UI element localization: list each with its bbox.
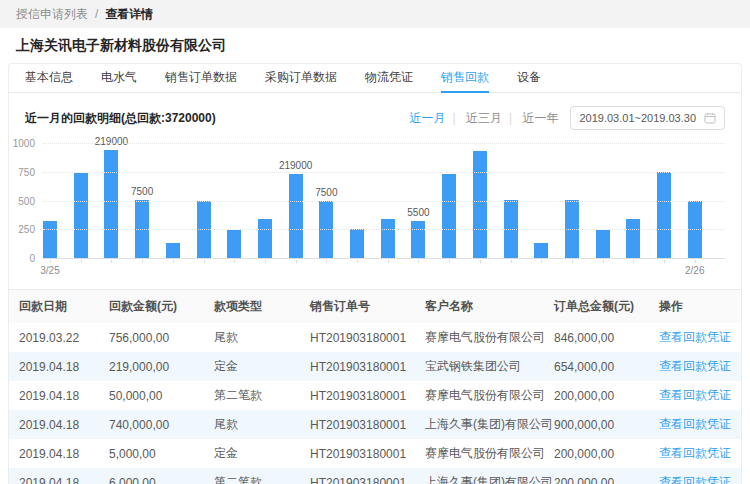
bar: [442, 174, 456, 259]
range-filter-label: 近一年: [522, 111, 558, 125]
table-cell-type: 尾款: [214, 323, 310, 352]
range-filter[interactable]: 近一年: [502, 110, 558, 127]
bar-rect: [381, 219, 395, 259]
chart-title: 近一月的回款明细(总回款:3720000): [25, 110, 216, 127]
repayment-table: 回款日期回款金额(元)款项类型销售订单号客户名称订单总金额(元)操作 2019.…: [9, 290, 741, 484]
table-row: 2019.04.18740,000,00尾款HT201903180001上海久事…: [9, 410, 741, 439]
bar-chart: 3/252190007500219000750055002/26 0250500…: [25, 144, 725, 276]
tab[interactable]: 物流凭证: [365, 64, 413, 93]
tab[interactable]: 销售回款: [441, 64, 489, 93]
table-cell-customer: 上海久事(集团)有限公司: [425, 468, 554, 484]
table-cell-date: 2019.04.18: [9, 410, 109, 439]
table-cell-amount: 6,000,00: [109, 468, 214, 484]
bar-value-label: 219000: [279, 161, 312, 171]
table-cell-customer: 上海久事(集团)有限公司: [425, 410, 554, 439]
gridline: [43, 201, 725, 202]
bar: [350, 229, 364, 259]
breadcrumb-parent-link[interactable]: 授信申请列表: [16, 6, 88, 23]
bar: [473, 151, 487, 259]
tab[interactable]: 设备: [517, 64, 541, 93]
tab[interactable]: 电水气: [101, 64, 137, 93]
tab-label: 物流凭证: [365, 69, 413, 86]
table-cell-order_no: HT201903180001: [310, 439, 425, 468]
chart-plot: 3/252190007500219000750055002/26 0250500…: [43, 144, 725, 259]
tab-label: 采购订单数据: [265, 69, 337, 86]
table-cell-amount: 219,000,00: [109, 352, 214, 381]
bar-rect: [350, 229, 364, 259]
bar: [227, 230, 241, 259]
bar: [74, 173, 88, 259]
breadcrumb-separator: /: [95, 7, 98, 21]
page-title: 上海关讯电子新材料股份有限公司: [16, 37, 734, 55]
gridline: [43, 172, 725, 173]
view-receipt-link[interactable]: 查看回款凭证: [659, 417, 731, 431]
tab[interactable]: 基本信息: [25, 64, 73, 93]
table-cell-total: 200,000,00: [554, 381, 659, 410]
tab-label: 销售订单数据: [165, 69, 237, 86]
table-cell-type: 定金: [214, 352, 310, 381]
bar-value-label: 5500: [407, 208, 429, 218]
view-receipt-link[interactable]: 查看回款凭证: [659, 446, 731, 460]
y-axis-tick: 0: [29, 254, 35, 264]
table-column-header: 销售订单号: [310, 290, 425, 323]
table-row: 2019.04.186,000,00第二笔款HT201903180001上海久事…: [9, 468, 741, 484]
bar-rect: [534, 243, 548, 259]
table-cell-amount: 740,000,00: [109, 410, 214, 439]
bar: [166, 243, 180, 259]
bar: [596, 230, 610, 259]
table-cell-order_no: HT201903180001: [310, 410, 425, 439]
table-row: 2019.04.185,000,00定金HT201903180001赛摩电气股份…: [9, 439, 741, 468]
table-cell-actions: 查看回款凭证下载: [659, 410, 741, 439]
bar: 219000: [289, 174, 303, 259]
tab[interactable]: 销售订单数据: [165, 64, 237, 93]
table-cell-order_no: HT201903180001: [310, 323, 425, 352]
bar-value-label: 7500: [315, 188, 337, 198]
view-receipt-link[interactable]: 查看回款凭证: [659, 330, 731, 344]
bar-rect: [411, 221, 425, 259]
view-receipt-link[interactable]: 查看回款凭证: [659, 388, 731, 402]
range-filter[interactable]: 近三月: [446, 110, 502, 127]
chart-header: 近一月的回款明细(总回款:3720000) 近一月 近三月 近一年 2019.0…: [9, 106, 741, 130]
table-cell-amount: 50,000,00: [109, 381, 214, 410]
table-cell-order_no: HT201903180001: [310, 381, 425, 410]
x-axis-tick: 3/25: [40, 265, 59, 276]
table-cell-total: 900,000,00: [554, 410, 659, 439]
chart-controls: 近一月 近三月 近一年 2019.03.01~2019.03.30: [410, 106, 725, 130]
range-filter-label: 近三月: [466, 111, 502, 125]
bar-rect: [657, 172, 671, 259]
table-cell-total: 846,000,00: [554, 323, 659, 352]
detail-card: 基本信息 电水气 销售订单数据 采购订单数据 物流凭证 销售回款 设备 近一月的…: [8, 63, 742, 484]
bar: [657, 172, 671, 259]
view-receipt-link[interactable]: 查看回款凭证: [659, 359, 731, 373]
table-cell-actions: 查看回款凭证下载: [659, 468, 741, 484]
bar-rect: [43, 221, 57, 259]
view-receipt-link[interactable]: 查看回款凭证: [659, 475, 731, 484]
y-axis-tick: 750: [18, 168, 35, 178]
breadcrumb-current: 查看详情: [105, 6, 153, 23]
table-cell-actions: 查看回款凭证下载: [659, 323, 741, 352]
table-column-header: 款项类型: [214, 290, 310, 323]
bar-rect: [258, 219, 272, 259]
tab[interactable]: 采购订单数据: [265, 64, 337, 93]
table-cell-customer: 赛摩电气股份有限公司: [425, 323, 554, 352]
date-range-picker[interactable]: 2019.03.01~2019.03.30: [570, 106, 725, 130]
table-cell-customer: 赛摩电气股份有限公司: [425, 439, 554, 468]
table-cell-customer: 宝武钢铁集团公司: [425, 352, 554, 381]
bar-value-label: 219000: [95, 137, 128, 147]
table-cell-type: 尾款: [214, 410, 310, 439]
range-filter-label: 近一月: [410, 111, 446, 125]
table-column-header: 操作: [659, 290, 741, 323]
title-row: 上海关讯电子新材料股份有限公司: [0, 28, 750, 63]
table-cell-type: 第二笔款: [214, 381, 310, 410]
range-filters: 近一月 近三月 近一年: [410, 110, 559, 127]
table-column-header: 回款金额(元): [109, 290, 214, 323]
tab-bar: 基本信息 电水气 销售订单数据 采购订单数据 物流凭证 销售回款 设备: [9, 64, 741, 93]
table-header: 回款日期回款金额(元)款项类型销售订单号客户名称订单总金额(元)操作: [9, 290, 741, 323]
bar-rect: [104, 150, 118, 259]
bar: [381, 219, 395, 259]
range-filter[interactable]: 近一月: [410, 110, 446, 127]
bar-rect: [442, 174, 456, 259]
bar: [626, 219, 640, 259]
table-cell-amount: 756,000,00: [109, 323, 214, 352]
table-cell-date: 2019.04.18: [9, 352, 109, 381]
